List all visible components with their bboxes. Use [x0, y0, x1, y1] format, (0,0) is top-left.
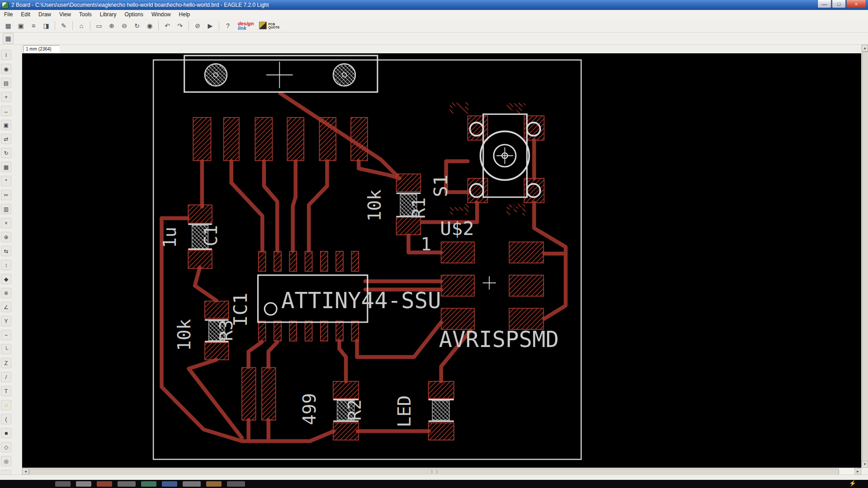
tool-show[interactable]: ◉: [1, 64, 11, 74]
taskbar-item[interactable]: [183, 481, 201, 487]
zoom-select-icon[interactable]: ◉: [144, 20, 156, 32]
tool-delete[interactable]: ×: [1, 218, 11, 228]
taskbar-item[interactable]: [97, 481, 112, 487]
taskbar-item[interactable]: [55, 481, 71, 487]
menu-help[interactable]: Help: [175, 10, 194, 19]
copper-trace[interactable]: [264, 161, 277, 251]
tool-arc[interactable]: (: [1, 414, 11, 424]
go-icon[interactable]: ▶: [204, 20, 216, 32]
minimize-button[interactable]: —: [817, 0, 831, 8]
component-c1[interactable]: 1u C1: [160, 205, 221, 268]
tool-ripup[interactable]: Z: [1, 358, 11, 368]
menu-options[interactable]: Options: [121, 10, 147, 19]
scrollbar-thumb[interactable]: [29, 469, 839, 475]
tool-mark[interactable]: +: [1, 92, 11, 102]
tool-display[interactable]: ▤: [1, 78, 11, 88]
zoom-in-icon[interactable]: ⊕: [106, 20, 118, 32]
smd-pad[interactable]: [319, 117, 336, 160]
taskbar-item[interactable]: [227, 481, 245, 487]
undo-icon[interactable]: ↶: [161, 20, 173, 32]
grid-settings-button[interactable]: ▦: [3, 33, 14, 44]
tool-miter[interactable]: ∠: [1, 302, 11, 312]
tool-optimize[interactable]: ~: [1, 330, 11, 340]
stop-icon[interactable]: ⊘: [192, 20, 203, 32]
tool-pinswap[interactable]: ⇆: [1, 246, 11, 256]
copper-trace[interactable]: [340, 341, 346, 381]
tool-copy[interactable]: ▣: [1, 120, 11, 130]
tool-group[interactable]: ▦: [1, 162, 11, 172]
tool-wire[interactable]: /: [1, 372, 11, 382]
scrollbar-thumb[interactable]: [862, 52, 868, 461]
smd-pad[interactable]: [193, 117, 211, 160]
library-icon[interactable]: ⌂: [75, 20, 87, 32]
zoom-redraw-icon[interactable]: ↻: [131, 20, 143, 32]
tool-circle[interactable]: ○: [1, 400, 11, 410]
designlink-icon[interactable]: design link: [238, 21, 254, 30]
smd-pad[interactable]: [351, 117, 368, 160]
tool-mirror[interactable]: ⇄: [1, 134, 11, 144]
script-icon[interactable]: ✎: [58, 20, 70, 32]
taskbar-item[interactable]: [206, 481, 222, 487]
menu-file[interactable]: File: [0, 10, 17, 19]
tool-route[interactable]: └: [1, 344, 11, 354]
menu-edit[interactable]: Edit: [17, 10, 34, 19]
scroll-up-arrow[interactable]: ▲: [862, 45, 868, 52]
tool-polygon[interactable]: ◇: [1, 442, 11, 452]
copper-trace[interactable]: [249, 342, 262, 367]
tool-split[interactable]: Y: [1, 316, 11, 326]
maximize-button[interactable]: □: [832, 0, 846, 8]
tool-paste[interactable]: ▥: [1, 204, 11, 214]
scroll-down-arrow[interactable]: ▼: [862, 461, 868, 468]
save-icon[interactable]: ▣: [15, 20, 27, 32]
help-icon[interactable]: ?: [222, 20, 234, 32]
component-isp[interactable]: U$2 1 AVRISPSMD: [420, 217, 559, 353]
component-r3[interactable]: 10k R3: [174, 301, 236, 360]
copper-trace[interactable]: [189, 360, 242, 438]
print-icon[interactable]: ≡: [28, 20, 39, 32]
tool-rotate[interactable]: ↻: [1, 148, 11, 158]
taskbar-item[interactable]: [76, 481, 91, 487]
board-drawing[interactable]: 1u C1 10k R1 10k R3: [22, 53, 861, 468]
copper-trace[interactable]: [231, 161, 263, 251]
horizontal-scrollbar[interactable]: ◄ ►: [22, 468, 861, 474]
tool-info[interactable]: i: [1, 50, 11, 60]
menu-library[interactable]: Library: [96, 10, 121, 19]
pcbquote-icon[interactable]: PCB QUOTE: [259, 22, 279, 29]
tool-replace[interactable]: ↕: [1, 260, 11, 270]
tool-move[interactable]: ↔: [1, 106, 11, 116]
taskbar-item[interactable]: [141, 481, 156, 487]
zoom-fit-icon[interactable]: ▭: [93, 20, 105, 32]
smd-pad[interactable]: [255, 117, 272, 160]
copper-trace[interactable]: [195, 267, 217, 300]
redo-icon[interactable]: ↷: [174, 20, 186, 32]
tool-via[interactable]: ◎: [1, 456, 11, 466]
smd-pad[interactable]: [287, 117, 304, 160]
copper-trace[interactable]: [309, 161, 327, 251]
scroll-right-arrow[interactable]: ►: [854, 468, 861, 474]
copper-trace[interactable]: [269, 342, 278, 367]
close-button[interactable]: ×: [846, 0, 866, 8]
smd-pad[interactable]: [224, 117, 239, 160]
menu-tools[interactable]: Tools: [75, 10, 96, 19]
menu-window[interactable]: Window: [147, 10, 175, 19]
window-icon[interactable]: ▦: [2, 20, 14, 32]
board-canvas[interactable]: 1u C1 10k R1 10k R3: [22, 53, 861, 468]
copper-trace[interactable]: [357, 322, 441, 357]
tool-cut[interactable]: ✂: [1, 190, 11, 200]
taskbar-item[interactable]: [118, 481, 136, 487]
scroll-left-arrow[interactable]: ◄: [22, 468, 29, 474]
taskbar-item[interactable]: [162, 481, 177, 487]
vertical-scrollbar[interactable]: ▲ ▼: [861, 45, 868, 468]
component-ic1[interactable]: ATTINY44-SSU IC1: [229, 251, 441, 341]
tool-rect[interactable]: ■: [1, 428, 11, 438]
component-r1[interactable]: 10k R1: [364, 174, 429, 235]
tool-smash[interactable]: ※: [1, 288, 11, 298]
tool-text[interactable]: T: [1, 386, 11, 396]
copper-trace[interactable]: [293, 161, 296, 251]
component-s1[interactable]: 2 4 1 3 S1: [429, 100, 544, 217]
menu-view[interactable]: View: [55, 10, 75, 19]
menu-draw[interactable]: Draw: [34, 10, 55, 19]
tool-lock[interactable]: ◆: [1, 274, 11, 284]
tool-change[interactable]: *: [1, 176, 11, 186]
component-ftdi-pads[interactable]: [193, 117, 368, 160]
